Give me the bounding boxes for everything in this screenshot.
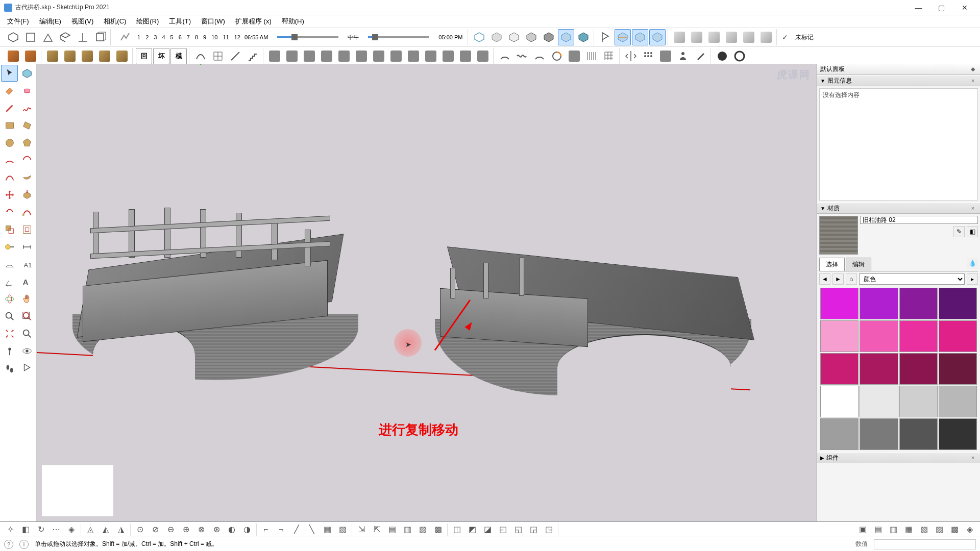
color-swatch-0[interactable] (820, 288, 859, 319)
material-menu-icon[interactable]: ▸ (967, 273, 978, 285)
circle-tool-icon[interactable] (1, 134, 18, 151)
minimize-button[interactable]: — (907, 1, 930, 15)
freehand-tool-icon[interactable] (18, 99, 35, 116)
btool-23-icon[interactable]: ⇲ (354, 523, 369, 536)
followme-tool-icon[interactable] (18, 204, 35, 220)
3dtext-tool-icon[interactable]: A (18, 273, 35, 290)
default-panel-header[interactable]: 默认面板 ◆ (817, 64, 980, 75)
paint-tool-icon[interactable] (1, 82, 18, 99)
material-eyedropper-icon[interactable]: 💧 (967, 258, 978, 269)
btool-8-icon[interactable]: ◮ (114, 523, 128, 536)
style-shaded-icon[interactable] (506, 29, 522, 45)
solid-trim-icon[interactable] (741, 29, 757, 45)
btool-1-icon[interactable]: ✧ (3, 523, 17, 536)
btool-32-icon[interactable]: ◰ (496, 523, 510, 536)
viewport-3d[interactable]: 虎课网 ➤ (37, 64, 817, 521)
btool-14-icon[interactable]: ⊛ (209, 523, 224, 536)
style-hidden-icon[interactable] (488, 29, 505, 45)
btool-27-icon[interactable]: ▨ (415, 523, 430, 536)
btool-5-icon[interactable]: ◈ (64, 523, 79, 536)
ext-tool-1-icon[interactable] (266, 48, 283, 64)
btool-11-icon[interactable]: ⊖ (163, 523, 178, 536)
btool-28-icon[interactable]: ▩ (431, 523, 445, 536)
text-model-icon[interactable]: 模 (170, 48, 187, 64)
pushpull-tool-icon[interactable] (18, 186, 35, 203)
material-default-icon[interactable]: ◧ (967, 226, 978, 237)
menu-extensions[interactable]: 扩展程序 (x) (230, 15, 277, 28)
style-backface-icon[interactable] (575, 29, 592, 45)
color-swatch-13[interactable] (860, 386, 898, 417)
ext-tool-2-icon[interactable] (284, 48, 300, 64)
btool-34-icon[interactable]: ◲ (526, 523, 541, 536)
sandbox-detail-icon[interactable] (96, 48, 113, 64)
time-slider-track-2[interactable] (368, 36, 429, 38)
zoom-window-tool-icon[interactable] (18, 308, 35, 324)
color-swatch-7[interactable] (939, 320, 977, 352)
arc-tool-2-icon[interactable] (531, 48, 548, 64)
color-swatch-2[interactable] (899, 288, 938, 319)
position-camera-icon[interactable] (1, 342, 18, 359)
btool-21-icon[interactable]: ▦ (320, 523, 334, 536)
component-tool-icon[interactable] (18, 65, 35, 82)
components-close-icon[interactable]: × (969, 455, 977, 461)
btool-15-icon[interactable]: ◐ (225, 523, 239, 536)
section-fill-icon[interactable] (649, 29, 666, 45)
section-plane-icon[interactable] (597, 29, 614, 45)
color-swatch-10[interactable] (899, 353, 938, 385)
style-xray-icon[interactable] (558, 29, 574, 45)
btool-3-icon[interactable]: ↻ (34, 523, 48, 536)
btool-r4-icon[interactable]: ▦ (901, 523, 916, 536)
color-swatch-14[interactable] (899, 386, 938, 417)
3pt-arc-tool-icon[interactable] (1, 169, 18, 186)
components-header[interactable]: ▶ 组件 × (817, 452, 980, 463)
mirror-tool-icon[interactable] (623, 48, 639, 64)
material-tab-edit[interactable]: 编辑 (846, 258, 871, 271)
select-tool-icon[interactable] (1, 65, 18, 82)
grid-tool-icon[interactable] (210, 48, 226, 64)
btool-17-icon[interactable]: ⌐ (259, 523, 273, 536)
view-top-icon[interactable] (22, 29, 39, 45)
btool-29-icon[interactable]: ◫ (450, 523, 464, 536)
shadow-toggle-icon[interactable] (117, 29, 133, 45)
spiral-tool-icon[interactable] (549, 48, 565, 64)
status-info-icon[interactable]: i (19, 540, 29, 549)
arc-tool-1-icon[interactable] (497, 48, 513, 64)
sandbox-scratch-icon[interactable] (22, 48, 39, 64)
panel-pin-icon[interactable]: ◆ (969, 66, 977, 72)
btool-16-icon[interactable]: ◑ (240, 523, 254, 536)
btool-13-icon[interactable]: ⊗ (194, 523, 208, 536)
btool-25-icon[interactable]: ▤ (385, 523, 399, 536)
pie-tool-icon[interactable] (18, 169, 35, 186)
color-swatch-16[interactable] (820, 418, 859, 450)
ext-tool-9-icon[interactable] (405, 48, 422, 64)
style-mono-icon[interactable] (541, 29, 557, 45)
rotated-rect-tool-icon[interactable] (18, 117, 35, 134)
grid2-tool-icon[interactable] (601, 48, 617, 64)
orbit-tool-icon[interactable] (1, 290, 18, 307)
btool-r8-icon[interactable]: ◈ (963, 523, 977, 536)
btool-r2-icon[interactable]: ▤ (871, 523, 885, 536)
knife-tool-icon[interactable] (566, 48, 582, 64)
btool-20-icon[interactable]: ╲ (305, 523, 319, 536)
color-swatch-3[interactable] (939, 288, 977, 319)
wave-tool-icon[interactable] (514, 48, 530, 64)
section-tool-icon[interactable] (18, 360, 35, 377)
btool-6-icon[interactable]: ◬ (83, 523, 97, 536)
color-swatch-8[interactable] (820, 353, 859, 385)
text-box-icon[interactable]: 回 (136, 48, 152, 64)
solid-subtract-icon[interactable] (723, 29, 740, 45)
btool-35-icon[interactable]: ◳ (542, 523, 556, 536)
btool-30-icon[interactable]: ◩ (465, 523, 479, 536)
view-right-icon[interactable] (57, 29, 74, 45)
ext-tool-8-icon[interactable] (388, 48, 404, 64)
color-swatch-18[interactable] (899, 418, 938, 450)
bars-tool-icon[interactable] (583, 48, 600, 64)
btool-r3-icon[interactable]: ▥ (886, 523, 900, 536)
btool-r7-icon[interactable]: ▩ (947, 523, 962, 536)
entity-info-header[interactable]: ▼ 图元信息 × (817, 75, 980, 86)
rotate-tool-icon[interactable] (1, 204, 18, 220)
close-button[interactable]: ✕ (953, 1, 976, 15)
ext-tool-11-icon[interactable] (440, 48, 456, 64)
btool-r1-icon[interactable]: ▣ (855, 523, 870, 536)
offset-tool-icon[interactable] (18, 221, 35, 238)
